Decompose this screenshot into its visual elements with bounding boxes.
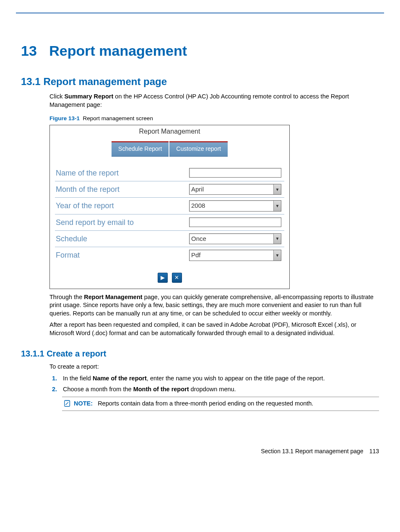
label-month-of-report: Month of the report (55, 183, 189, 196)
chapter-title: Report management (49, 43, 187, 59)
top-rule (16, 13, 384, 13)
footer-section: Section 13.1 Report management page (261, 448, 363, 455)
tab-schedule-report[interactable]: Schedule Report (112, 141, 169, 157)
chevron-down-icon: ▼ (273, 184, 281, 194)
label-year-of-report: Year of the report (55, 199, 189, 212)
page-footer: Section 13.1 Report management page 113 (0, 427, 400, 455)
label-send-email-to: Send report by email to (55, 216, 189, 229)
chevron-down-icon: ▼ (273, 250, 281, 260)
label-format: Format (55, 248, 189, 262)
chevron-down-icon: ▼ (273, 201, 281, 211)
section-number: 13.1 (21, 76, 41, 87)
subsection-heading: 13.1.1 Create a report (21, 349, 379, 359)
screenshot-tabs: Schedule Report Customize report (50, 139, 289, 163)
close-icon[interactable]: ✕ (172, 273, 182, 283)
footer-page-number: 113 (369, 448, 379, 455)
paragraph-after-report: After a report has been requested and co… (49, 321, 379, 337)
create-intro: To create a report: (49, 363, 379, 371)
input-send-email-to[interactable] (189, 217, 281, 227)
note-icon (64, 400, 71, 407)
select-month-of-report[interactable]: April ▼ (189, 184, 281, 195)
paragraph-report-management: Through the Report Management page, you … (49, 293, 379, 318)
select-format[interactable]: Pdf ▼ (189, 250, 281, 261)
figure-label: Figure 13-1 Report management screen (49, 115, 379, 122)
chevron-down-icon: ▼ (273, 234, 281, 244)
select-year-of-report[interactable]: 2008 ▼ (189, 200, 281, 211)
section-heading: 13.1 Report management page (21, 76, 379, 88)
chapter-heading: 13 Report management (21, 43, 379, 59)
steps-list: In the field Name of the report, enter t… (49, 374, 379, 393)
label-name-of-report: Name of the report (55, 166, 189, 180)
step-2: Choose a month from the Month of the rep… (59, 385, 379, 394)
report-management-screenshot: Report Management Schedule Report Custom… (49, 125, 290, 289)
tab-customize-report[interactable]: Customize report (169, 141, 228, 157)
note-text: Reports contain data from a three-month … (98, 400, 313, 407)
select-schedule[interactable]: Once ▼ (189, 233, 281, 244)
screenshot-title: Report Management (50, 125, 289, 139)
intro-paragraph: Click Summary Report on the HP Access Co… (49, 93, 379, 109)
label-schedule: Schedule (55, 232, 189, 245)
page-content: 13 Report management 13.1 Report managem… (0, 18, 400, 427)
chapter-number: 13 (21, 43, 37, 59)
play-icon[interactable]: ▶ (158, 273, 168, 283)
step-1: In the field Name of the report, enter t… (59, 374, 379, 383)
note-label: NOTE: (74, 400, 93, 407)
note-box: NOTE: Reports contain data from a three-… (62, 397, 379, 411)
section-title: Report management page (43, 76, 167, 87)
input-name-of-report[interactable] (189, 168, 281, 178)
